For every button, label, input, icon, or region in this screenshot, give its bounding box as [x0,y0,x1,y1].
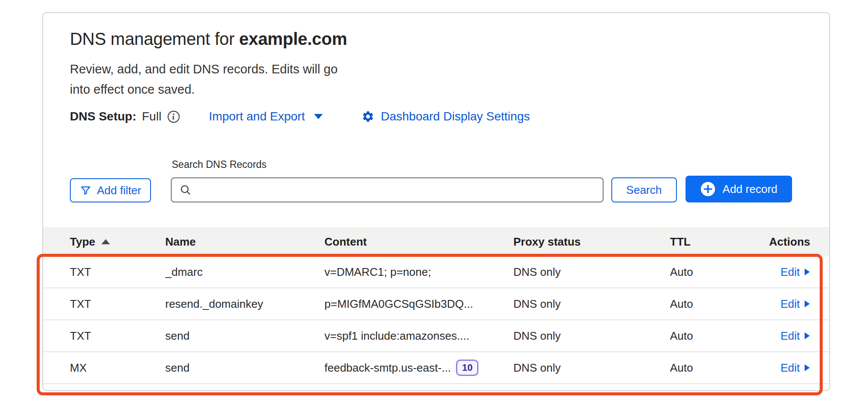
edit-record-button[interactable]: Edit [780,297,810,311]
cell-type: TXT [70,265,165,279]
cell-ttl: Auto [670,265,761,279]
search-icon [179,184,192,196]
dns-setup-row: DNS Setup: Full Import and Export [70,108,803,125]
cell-type: TXT [70,297,165,311]
dns-setup-label: DNS Setup: [70,110,136,123]
search-button[interactable]: Search [611,177,677,202]
import-export-label: Import and Export [209,110,305,123]
search-button-label: Search [626,183,662,197]
dashboard-display-settings-label: Dashboard Display Settings [381,110,530,123]
sort-asc-icon [101,239,110,244]
add-record-button[interactable]: Add record [686,176,792,202]
column-header-type[interactable]: Type [70,235,165,249]
cell-content: p=MIGfMA0GCSqGSIb3DQ... [324,297,513,311]
edit-record-button[interactable]: Edit [780,361,810,375]
plus-circle-icon [700,181,716,197]
cell-ttl: Auto [670,297,761,311]
cell-proxy-status: DNS only [513,361,670,375]
triangle-right-icon [804,300,810,308]
table-row-mx[interactable]: MX send feedback-smtp.us-east-... 10 DNS… [43,352,829,384]
filter-funnel-icon [80,185,91,196]
column-header-name: Name [165,235,324,249]
add-filter-button[interactable]: Add filter [70,178,151,202]
cell-name: send [165,361,324,375]
cell-content: v=DMARC1; p=none; [324,265,513,279]
search-input[interactable] [198,183,595,197]
cell-proxy-status: DNS only [513,297,670,311]
cell-name: resend._domainkey [165,297,324,311]
cell-proxy-status: DNS only [513,329,670,343]
card-header: DNS management for example.com Review, a… [43,13,829,125]
info-icon[interactable] [167,110,180,123]
dashboard-display-settings-link[interactable]: Dashboard Display Settings [362,110,530,123]
search-field-label: Search DNS Records [172,158,604,170]
edit-record-button[interactable]: Edit [780,265,810,279]
page-subtitle: Review, add, and edit DNS records. Edits… [70,59,355,100]
table-row-dmarc[interactable]: TXT _dmarc v=DMARC1; p=none; DNS only Au… [43,256,829,288]
triangle-right-icon [804,268,810,276]
column-header-ttl: TTL [670,235,761,249]
page-title: DNS management for example.com [70,28,803,49]
column-header-proxy-status: Proxy status [513,235,670,249]
dns-setup-value: Full [142,110,161,123]
mx-priority-badge: 10 [456,360,478,376]
cell-type: TXT [70,329,165,343]
dns-records-table: Type Name Content Proxy status TTL Actio… [43,227,829,384]
triangle-right-icon [804,331,810,340]
cell-content: feedback-smtp.us-east-... 10 [324,360,513,376]
dns-management-card: DNS management for example.com Review, a… [42,12,830,391]
triangle-right-icon [804,363,810,372]
cell-content: v=spf1 include:amazonses.... [324,329,513,343]
table-header-row: Type Name Content Proxy status TTL Actio… [43,227,829,256]
domain-name: example.com [239,29,347,48]
column-header-actions: Actions [761,235,810,249]
search-box [171,177,604,202]
table-row-domainkey[interactable]: TXT resend._domainkey p=MIGfMA0GCSqGSIb3… [43,288,829,320]
add-record-label: Add record [723,183,777,196]
cell-proxy-status: DNS only [513,265,670,279]
chevron-down-icon [313,114,324,120]
gear-icon [362,110,374,123]
add-filter-label: Add filter [97,184,142,197]
edit-record-button[interactable]: Edit [780,329,810,343]
cell-type: MX [70,361,165,375]
table-row-spf[interactable]: TXT send v=spf1 include:amazonses.... DN… [43,320,829,352]
cell-name: _dmarc [165,265,324,279]
cell-ttl: Auto [670,329,761,343]
cell-name: send [165,329,324,343]
column-header-content: Content [324,235,513,249]
page-title-prefix: DNS management for [70,29,239,48]
records-toolbar: Add filter Search DNS Records Search Add… [43,158,829,202]
cell-ttl: Auto [670,361,761,375]
search-field-group: Search DNS Records [171,158,604,202]
import-export-dropdown[interactable]: Import and Export [209,110,324,123]
